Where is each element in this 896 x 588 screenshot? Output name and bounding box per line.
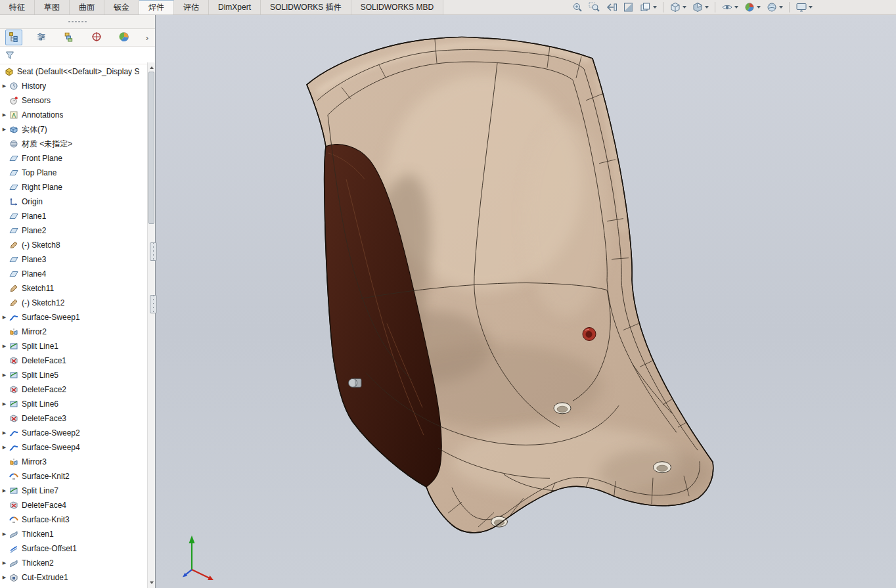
dropdown-caret-icon[interactable] <box>705 6 709 9</box>
expand-arrow-icon[interactable]: ▶ <box>0 560 9 566</box>
tree-item-thicken1[interactable]: ▶Thicken1 <box>0 527 148 541</box>
tree-item-top-plane[interactable]: Top Plane <box>0 166 148 180</box>
tree-item-split-line5[interactable]: ▶Split Line5 <box>0 368 148 382</box>
splitter-grip[interactable] <box>150 242 157 261</box>
tree-item-front-plane[interactable]: Front Plane <box>0 151 148 166</box>
expand-arrow-icon[interactable]: ▶ <box>0 401 9 407</box>
seat-model[interactable] <box>307 37 713 533</box>
tree-item-deleteface3[interactable]: DeleteFace3 <box>0 411 148 426</box>
command-tab-5[interactable]: 焊件 <box>139 0 174 14</box>
command-tab-solidworks-mbd[interactable]: SOLIDWORKS MBD <box>351 0 443 14</box>
command-tab-6[interactable]: 评估 <box>174 0 209 14</box>
propertymanager-tab[interactable] <box>33 30 50 45</box>
expand-arrow-icon[interactable]: ▶ <box>0 488 9 493</box>
section-view-button[interactable] <box>621 1 637 14</box>
configurationmanager-tab[interactable] <box>60 30 78 45</box>
surface-sweep-icon <box>9 313 19 323</box>
bolt[interactable] <box>349 378 362 387</box>
tree-item-surface-offset1[interactable]: Surface-Offset1 <box>0 541 148 556</box>
expand-arrow-icon[interactable]: ▶ <box>0 373 9 378</box>
command-tab-solidworks[interactable]: SOLIDWORKS 插件 <box>261 0 351 14</box>
tree-item-mirror2[interactable]: Mirror2 <box>0 325 148 339</box>
expand-arrow-icon[interactable]: ▶ <box>0 112 9 118</box>
command-tab-2[interactable]: 草图 <box>35 0 70 14</box>
tree-root-item[interactable]: Seat (Default<<Default>_Display S <box>0 64 148 79</box>
view-settings-button[interactable] <box>794 1 815 14</box>
expand-arrow-icon[interactable]: ▶ <box>0 531 9 537</box>
tree-item-item-4[interactable]: 材质 <未指定> <box>0 137 148 151</box>
command-tab-dimxpert[interactable]: DimXpert <box>209 0 261 14</box>
filter-funnel-icon[interactable] <box>5 51 15 60</box>
tree-item-cut-extrude1[interactable]: ▶Cut-Extrude1 <box>0 570 148 585</box>
tree-item-surface-knit3[interactable]: Surface-Knit3 <box>0 512 148 527</box>
expand-arrow-icon[interactable]: ▶ <box>0 127 9 132</box>
dropdown-caret-icon[interactable] <box>734 6 738 9</box>
tree-item-origin[interactable]: Origin <box>0 194 148 209</box>
dropdown-caret-icon[interactable] <box>757 6 761 9</box>
command-tab-1[interactable]: 特征 <box>0 0 35 14</box>
tree-item-sensors[interactable]: Sensors <box>0 93 148 108</box>
tree-item-sketch11[interactable]: Sketch11 <box>0 281 148 296</box>
dropdown-caret-icon[interactable] <box>653 6 657 9</box>
expand-arrow-icon[interactable]: ▶ <box>0 83 9 89</box>
graphics-viewport[interactable] <box>156 15 896 588</box>
tree-item-plane4[interactable]: Plane4 <box>0 267 148 281</box>
dropdown-caret-icon[interactable] <box>683 6 686 9</box>
expand-arrow-icon[interactable]: ▶ <box>0 445 9 450</box>
tree-item-split-line6[interactable]: ▶Split Line6 <box>0 397 148 411</box>
displaymanager-tab[interactable] <box>116 30 133 45</box>
tree-item-surface-sweep1[interactable]: ▶Surface-Sweep1 <box>0 310 148 325</box>
tree-item-mirror3[interactable]: Mirror3 <box>0 455 148 469</box>
tree-item-sketch8[interactable]: (-) Sketch8 <box>0 238 148 252</box>
tree-item-split-line7[interactable]: ▶Split Line7 <box>0 484 148 498</box>
3d-scene[interactable] <box>156 15 896 588</box>
scrollbar-thumb[interactable] <box>148 72 154 224</box>
tree-item-surface-sweep2[interactable]: ▶Surface-Sweep2 <box>0 426 148 440</box>
tree-item-right-plane[interactable]: Right Plane <box>0 180 148 194</box>
splitter-grip[interactable] <box>150 295 157 313</box>
mounting-hole[interactable] <box>654 462 671 473</box>
dynamic-annotation-views-button[interactable] <box>638 1 659 14</box>
panel-expand-chevron-icon[interactable]: › <box>146 33 148 43</box>
display-style-button[interactable] <box>690 1 711 14</box>
dropdown-caret-icon[interactable] <box>779 6 783 9</box>
tree-item-plane2[interactable]: Plane2 <box>0 223 148 238</box>
dimxpertmanager-tab[interactable] <box>88 30 105 45</box>
tree-item-7[interactable]: ▶实体(7) <box>0 122 148 137</box>
tree-item-surface-sweep4[interactable]: ▶Surface-Sweep4 <box>0 440 148 455</box>
tree-scrollbar[interactable] <box>147 62 155 588</box>
previous-view-button[interactable] <box>604 1 619 14</box>
zoom-to-fit-button[interactable] <box>570 1 585 14</box>
dropdown-caret-icon[interactable] <box>809 6 813 9</box>
scroll-down-button[interactable] <box>148 579 155 588</box>
tree-item-surface-knit2[interactable]: Surface-Knit2 <box>0 469 148 484</box>
command-tab-4[interactable]: 钣金 <box>104 0 139 14</box>
mounting-hole[interactable] <box>491 516 508 527</box>
apply-scene-button[interactable] <box>764 1 785 14</box>
expand-arrow-icon[interactable]: ▶ <box>0 344 9 349</box>
tree-item-plane3[interactable]: Plane3 <box>0 252 148 267</box>
tree-item-history[interactable]: ▶History <box>0 79 148 93</box>
expand-arrow-icon[interactable]: ▶ <box>0 575 9 580</box>
featuremanager-design-tree-tab[interactable] <box>5 30 22 45</box>
view-orientation-button[interactable] <box>667 1 688 14</box>
mounting-hole[interactable] <box>554 403 571 414</box>
tree-item-deleteface1[interactable]: DeleteFace1 <box>0 353 148 368</box>
tree-item-plane1[interactable]: Plane1 <box>0 209 148 223</box>
expand-arrow-icon[interactable]: ▶ <box>0 315 9 320</box>
tree-item-deleteface4[interactable]: DeleteFace4 <box>0 498 148 512</box>
panel-drag-handle[interactable] <box>68 20 87 23</box>
tree-item-thicken2[interactable]: ▶Thicken2 <box>0 556 148 570</box>
tree-item-split-line1[interactable]: ▶Split Line1 <box>0 339 148 353</box>
expand-arrow-icon[interactable]: ▶ <box>0 430 9 436</box>
tree-item-deleteface2[interactable]: DeleteFace2 <box>0 382 148 397</box>
scroll-up-button[interactable] <box>148 62 155 71</box>
hide-show-items-button[interactable] <box>719 1 740 14</box>
tree-item-label: Plane4 <box>22 269 46 279</box>
edit-appearance-button[interactable] <box>742 1 763 14</box>
command-tab-3[interactable]: 曲面 <box>70 0 104 14</box>
tree-item-annotations[interactable]: ▶AAnnotations <box>0 108 148 122</box>
zoom-area-button[interactable] <box>587 1 602 14</box>
tree-item-sketch12[interactable]: (-) Sketch12 <box>0 296 148 310</box>
grommet-hole[interactable] <box>583 327 596 340</box>
